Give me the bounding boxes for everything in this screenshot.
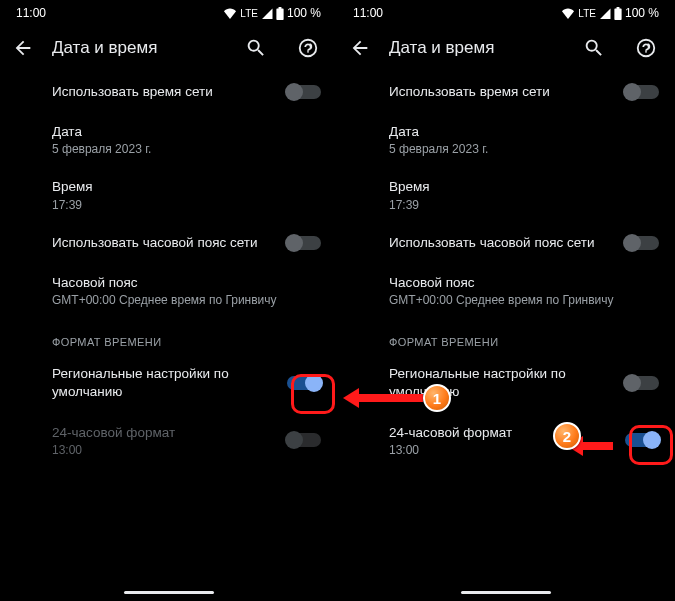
value: GMT+00:00 Среднее время по Гринвичу bbox=[389, 293, 619, 307]
row-timezone[interactable]: Часовой пояс GMT+00:00 Среднее время по … bbox=[337, 263, 675, 318]
toggle-24h-format[interactable] bbox=[625, 433, 659, 447]
label: Дата bbox=[389, 123, 619, 141]
status-icons: LTE 100 % bbox=[561, 6, 659, 20]
row-use-network-time[interactable]: Использовать время сети bbox=[0, 72, 337, 112]
signal-icon bbox=[261, 8, 273, 19]
label: Дата bbox=[52, 123, 281, 141]
label: 24-часовой формат bbox=[389, 424, 619, 442]
label: Использовать часовой пояс сети bbox=[389, 234, 619, 252]
status-network: LTE bbox=[578, 8, 596, 19]
row-use-network-tz[interactable]: Использовать часовой пояс сети bbox=[0, 223, 337, 263]
page-title: Дата и время bbox=[52, 38, 227, 58]
row-date[interactable]: Дата 5 февраля 2023 г. bbox=[0, 112, 337, 167]
wifi-icon bbox=[223, 8, 237, 19]
label: Время bbox=[52, 178, 281, 196]
page-title: Дата и время bbox=[389, 38, 565, 58]
search-icon[interactable] bbox=[583, 37, 605, 59]
value: 17:39 bbox=[389, 198, 619, 212]
row-regional-defaults[interactable]: Региональные настройки по умолчанию bbox=[337, 354, 675, 412]
status-bar: 11:00 LTE 100 % bbox=[337, 0, 675, 26]
value: 5 февраля 2023 г. bbox=[389, 142, 619, 156]
status-icons: LTE 100 % bbox=[223, 6, 321, 20]
back-icon[interactable] bbox=[12, 37, 34, 59]
signal-icon bbox=[599, 8, 611, 19]
value: 17:39 bbox=[52, 198, 281, 212]
status-battery: 100 % bbox=[287, 6, 321, 20]
value: 13:00 bbox=[52, 443, 281, 457]
row-time[interactable]: Время 17:39 bbox=[0, 167, 337, 222]
screen-right: 11:00 LTE 100 % Дата и время Использоват… bbox=[337, 0, 675, 601]
nav-bar-pill[interactable] bbox=[461, 591, 551, 594]
row-24h-format: 24-часовой формат 13:00 bbox=[0, 413, 337, 468]
row-timezone[interactable]: Часовой пояс GMT+00:00 Среднее время по … bbox=[0, 263, 337, 318]
row-time[interactable]: Время 17:39 bbox=[337, 167, 675, 222]
row-use-network-time[interactable]: Использовать время сети bbox=[337, 72, 675, 112]
toggle-use-network-time[interactable] bbox=[625, 85, 659, 99]
back-icon[interactable] bbox=[349, 37, 371, 59]
status-time: 11:00 bbox=[353, 6, 383, 20]
status-time: 11:00 bbox=[16, 6, 46, 20]
section-time-format: ФОРМАТ ВРЕМЕНИ bbox=[337, 318, 675, 354]
toggle-regional-defaults[interactable] bbox=[287, 376, 321, 390]
app-bar: Дата и время bbox=[337, 26, 675, 70]
screen-left: 11:00 LTE 100 % Дата и время Использоват… bbox=[0, 0, 337, 601]
value: GMT+00:00 Среднее время по Гринвичу bbox=[52, 293, 281, 307]
label: Время bbox=[389, 178, 619, 196]
help-icon[interactable] bbox=[297, 37, 319, 59]
label: 24-часовой формат bbox=[52, 424, 281, 442]
battery-icon bbox=[614, 7, 622, 20]
status-network: LTE bbox=[240, 8, 258, 19]
value: 13:00 bbox=[389, 443, 619, 457]
label: Использовать время сети bbox=[389, 83, 619, 101]
row-date[interactable]: Дата 5 февраля 2023 г. bbox=[337, 112, 675, 167]
app-bar: Дата и время bbox=[0, 26, 337, 70]
row-regional-defaults[interactable]: Региональные настройки по умолчанию bbox=[0, 354, 337, 412]
value: 5 февраля 2023 г. bbox=[52, 142, 281, 156]
status-battery: 100 % bbox=[625, 6, 659, 20]
toggle-24h-format bbox=[287, 433, 321, 447]
toggle-use-network-tz[interactable] bbox=[625, 236, 659, 250]
settings-list: Использовать время сети Дата 5 февраля 2… bbox=[0, 70, 337, 468]
row-24h-format[interactable]: 24-часовой формат 13:00 bbox=[337, 413, 675, 468]
toggle-use-network-tz[interactable] bbox=[287, 236, 321, 250]
wifi-icon bbox=[561, 8, 575, 19]
battery-icon bbox=[276, 7, 284, 20]
label: Региональные настройки по умолчанию bbox=[52, 365, 281, 401]
row-use-network-tz[interactable]: Использовать часовой пояс сети bbox=[337, 223, 675, 263]
status-bar: 11:00 LTE 100 % bbox=[0, 0, 337, 26]
toggle-regional-defaults[interactable] bbox=[625, 376, 659, 390]
settings-list: Использовать время сети Дата 5 февраля 2… bbox=[337, 70, 675, 468]
label: Использовать часовой пояс сети bbox=[52, 234, 281, 252]
help-icon[interactable] bbox=[635, 37, 657, 59]
label: Региональные настройки по умолчанию bbox=[389, 365, 619, 401]
nav-bar-pill[interactable] bbox=[124, 591, 214, 594]
toggle-use-network-time[interactable] bbox=[287, 85, 321, 99]
label: Часовой пояс bbox=[389, 274, 619, 292]
label: Использовать время сети bbox=[52, 83, 281, 101]
section-time-format: ФОРМАТ ВРЕМЕНИ bbox=[0, 318, 337, 354]
search-icon[interactable] bbox=[245, 37, 267, 59]
label: Часовой пояс bbox=[52, 274, 281, 292]
